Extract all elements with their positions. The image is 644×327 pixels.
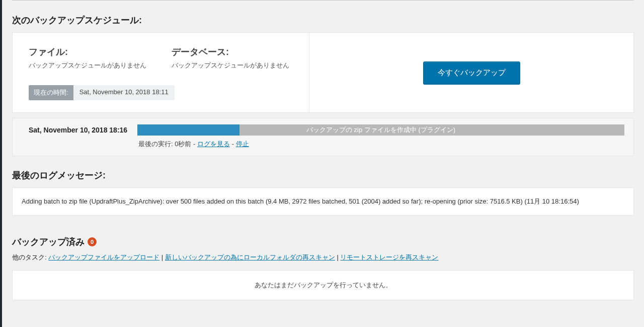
current-time-value: Sat, November 10, 2018 18:11 [73,85,175,100]
backups-count-badge: 0 [88,237,97,246]
schedule-left: ファイル: バックアップスケジュールがありません データベース: バックアップス… [13,33,309,112]
last-log-panel: Adding batch to zip file (UpdraftPlus_Zi… [12,187,634,216]
schedule-panel: ファイル: バックアップスケジュールがありません データベース: バックアップス… [12,32,634,113]
backups-empty-text: あなたはまだバックアップを行っていません。 [255,281,392,289]
backup-now-button[interactable]: 今すぐバックアップ [423,61,520,84]
schedule-right: 今すぐバックアップ [309,33,633,112]
current-time-label: 現在の時間: [29,85,73,100]
progress-bar: バックアップの zip ファイルを作成中 (プラグイン) [137,124,624,136]
schedule-section-title: 次のバックアップスケジュール: [12,14,634,26]
schedule-files-col: ファイル: バックアップスケジュールがありません [29,46,146,70]
progress-panel: Sat, November 10, 2018 18:16 バックアップの zip… [12,118,634,156]
last-log-message: Adding batch to zip file (UpdraftPlus_Zi… [22,198,579,205]
progress-timestamp: Sat, November 10, 2018 18:16 [22,126,129,134]
view-log-link[interactable]: ログを見る [197,140,230,148]
progress-bar-label: バックアップの zip ファイルを作成中 (プラグイン) [137,124,624,136]
progress-sub-sep: - [230,140,236,148]
upload-backup-link[interactable]: バックアップファイルをアップロード [48,253,159,261]
schedule-files-status: バックアップスケジュールがありません [29,61,146,70]
backups-title-row: バックアップ済み 0 [12,236,634,248]
backups-title: バックアップ済み [12,236,85,248]
progress-substatus: 最後の実行: 0秒前 - ログを見る - 停止 [138,140,624,149]
progress-sub-prefix: 最後の実行: 0秒前 - [138,140,197,148]
stop-link[interactable]: 停止 [236,140,249,148]
backups-empty-panel: あなたはまだバックアップを行っていません。 [12,270,634,300]
schedule-files-heading: ファイル: [29,46,146,58]
wp-admin-sidebar-stub [0,0,2,310]
schedule-database-heading: データベース: [172,46,289,58]
schedule-database-status: バックアップスケジュールがありません [172,61,289,70]
schedule-database-col: データベース: バックアップスケジュールがありません [172,46,289,70]
other-tasks-label: 他のタスク: [12,253,48,261]
last-log-title: 最後のログメッセージ: [12,169,634,181]
other-tasks-row: 他のタスク: バックアップファイルをアップロード | 新しいバックアップの為にロ… [12,253,634,262]
current-time-row: 現在の時間: Sat, November 10, 2018 18:11 [29,85,293,100]
sep1: | [162,253,165,261]
tab-bar-edge [12,0,634,1]
progress-row: Sat, November 10, 2018 18:16 バックアップの zip… [22,124,624,136]
main-content: 次のバックアップスケジュール: ファイル: バックアップスケジュールがありません… [2,0,644,310]
rescan-local-link[interactable]: 新しいバックアップの為にローカルフォルダの再スキャン [165,253,335,261]
rescan-remote-link[interactable]: リモートストレージを再スキャン [340,253,438,261]
